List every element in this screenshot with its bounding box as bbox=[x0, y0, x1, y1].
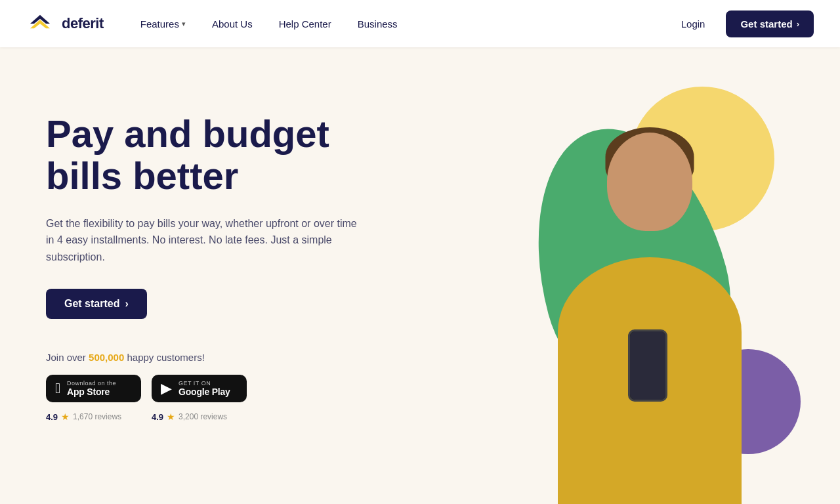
customers-prefix: Join over bbox=[46, 352, 89, 363]
navbar: deferit Features ▾ About Us Help Center … bbox=[0, 0, 840, 47]
nav-get-started-arrow-icon: › bbox=[797, 19, 799, 29]
nav-help[interactable]: Help Center bbox=[268, 13, 342, 35]
nav-get-started-label: Get started bbox=[740, 18, 792, 30]
hero-get-started-button[interactable]: Get started › bbox=[46, 289, 147, 319]
nav-business-label: Business bbox=[358, 18, 398, 30]
hero-get-started-arrow-icon: › bbox=[125, 298, 128, 310]
logo-icon bbox=[26, 10, 58, 37]
customers-highlight: 500,000 bbox=[89, 352, 124, 363]
hero-title: Pay and budget bills better bbox=[46, 113, 361, 197]
store-badges:  Download on the App Store ▶ GET IT ON … bbox=[46, 375, 361, 402]
person-phone-screen bbox=[630, 331, 665, 400]
google-play-badge[interactable]: ▶ GET IT ON Google Play bbox=[152, 375, 247, 402]
app-store-reviews: 1,670 reviews bbox=[73, 412, 121, 421]
google-play-icon: ▶ bbox=[161, 380, 172, 397]
google-play-text: GET IT ON Google Play bbox=[178, 380, 230, 397]
nav-about-label: About Us bbox=[212, 18, 253, 30]
apple-icon:  bbox=[55, 380, 60, 397]
nav-links: Features ▾ About Us Help Center Business bbox=[130, 13, 671, 35]
person-phone bbox=[628, 329, 667, 402]
logo-link[interactable]: deferit bbox=[26, 10, 104, 37]
logo-text: deferit bbox=[62, 15, 104, 32]
google-play-score: 4.9 bbox=[152, 412, 163, 422]
app-store-badge[interactable]:  Download on the App Store bbox=[46, 375, 141, 402]
nav-about[interactable]: About Us bbox=[201, 13, 263, 35]
nav-features[interactable]: Features ▾ bbox=[130, 13, 196, 35]
store-ratings: 4.9 ★ 1,670 reviews 4.9 ★ 3,200 reviews bbox=[46, 411, 361, 422]
login-label: Login bbox=[681, 18, 705, 30]
hero-title-line2: bills better bbox=[46, 154, 238, 197]
app-store-line2: App Store bbox=[67, 387, 116, 397]
hero-content: Pay and budget bills better Get the flex… bbox=[46, 87, 361, 422]
customers-suffix: happy customers! bbox=[124, 352, 205, 363]
app-store-rating: 4.9 ★ 1,670 reviews bbox=[46, 411, 141, 422]
hero-get-started-label: Get started bbox=[64, 298, 119, 310]
person-body bbox=[558, 257, 742, 504]
nav-features-label: Features bbox=[140, 18, 179, 30]
google-play-line1: GET IT ON bbox=[178, 380, 230, 387]
google-play-star-icon: ★ bbox=[167, 411, 175, 422]
hero-person-image bbox=[512, 100, 788, 504]
person-figure bbox=[525, 113, 774, 504]
google-play-reviews: 3,200 reviews bbox=[178, 412, 227, 421]
nav-get-started-button[interactable]: Get started › bbox=[726, 10, 814, 37]
app-store-score: 4.9 bbox=[46, 412, 58, 422]
person-head bbox=[607, 133, 692, 231]
hero-description: Get the flexibility to pay bills your wa… bbox=[46, 215, 361, 266]
app-store-line1: Download on the bbox=[67, 380, 116, 387]
app-store-text: Download on the App Store bbox=[67, 380, 116, 397]
google-play-rating: 4.9 ★ 3,200 reviews bbox=[152, 411, 247, 422]
app-store-star-icon: ★ bbox=[61, 411, 70, 422]
login-button[interactable]: Login bbox=[671, 13, 716, 35]
nav-right: Login Get started › bbox=[671, 10, 814, 37]
customers-line: Join over 500,000 happy customers! bbox=[46, 352, 361, 363]
hero-title-line1: Pay and budget bbox=[46, 112, 329, 155]
nav-business[interactable]: Business bbox=[347, 13, 408, 35]
chevron-down-icon: ▾ bbox=[182, 20, 186, 28]
hero-section: Pay and budget bills better Get the flex… bbox=[0, 47, 840, 504]
google-play-line2: Google Play bbox=[178, 387, 230, 397]
nav-help-label: Help Center bbox=[279, 18, 331, 30]
